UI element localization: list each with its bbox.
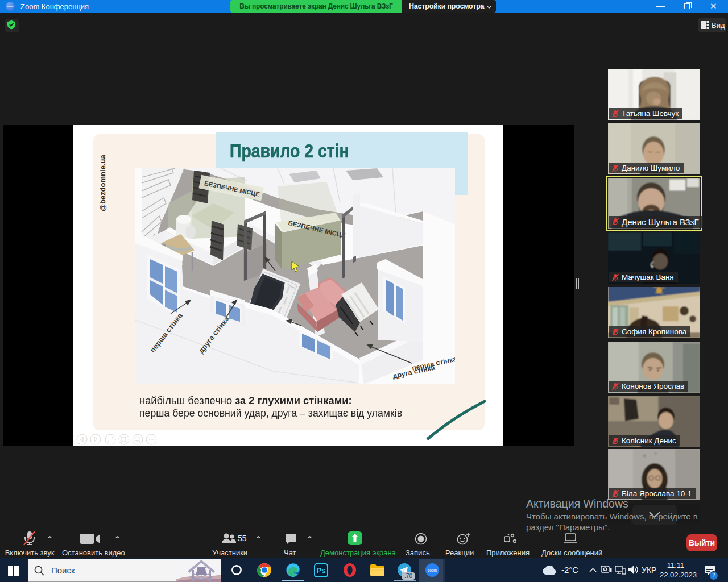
svg-text:zoom: zoom: [428, 568, 437, 572]
